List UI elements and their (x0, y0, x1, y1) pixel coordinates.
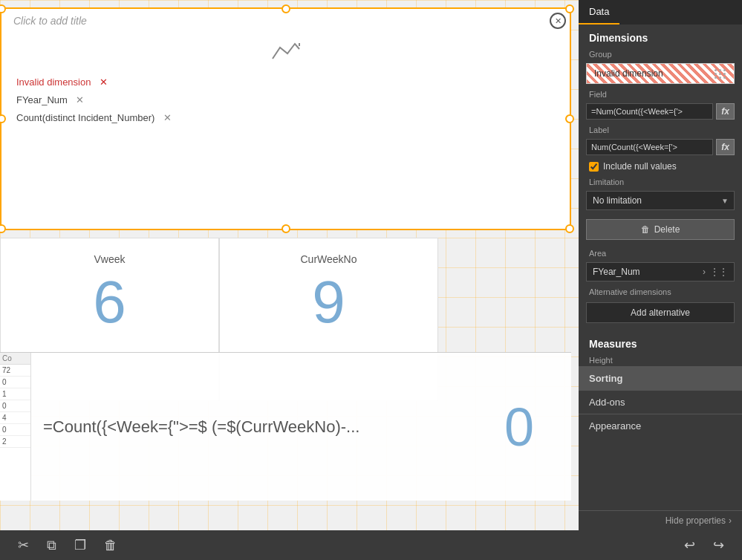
panel-top: Data (579, 0, 742, 25)
label-input[interactable] (586, 139, 713, 155)
mini-col1: Co (0, 353, 30, 365)
kpi1-label: Vweek (94, 253, 125, 265)
include-null-label: Include null values (603, 161, 677, 172)
formula-widget[interactable]: Co 72 0 1 0 4 0 2 =Count({<Week={">=$ (=… (0, 352, 571, 501)
bottom-toolbar: ✂ ⧉ ❐ 🗑 ↩ ↪ (0, 530, 742, 560)
handle-tm[interactable] (281, 4, 290, 13)
area-drag-icon: ⋮⋮ (710, 267, 728, 277)
limitation-select[interactable]: No limitation Fixed Largest Smallest (586, 191, 735, 210)
dimensions-title: Dimensions (579, 25, 742, 47)
field-fx-btn[interactable]: fx (716, 103, 735, 120)
area-expand-icon: › (703, 267, 706, 277)
cut-button[interactable]: ✂ (15, 534, 32, 556)
dim-close-fyear[interactable]: ✕ (74, 93, 87, 106)
toolbar-left: ✂ ⧉ ❐ 🗑 (15, 534, 120, 556)
group-label: Group (579, 47, 742, 60)
hide-properties-button[interactable]: Hide properties › (665, 515, 732, 526)
limitation-wrapper: No limitation Fixed Largest Smallest (586, 191, 735, 210)
dim-close-invalid[interactable]: ✕ (97, 75, 110, 88)
measures-height-label: Height (579, 353, 742, 366)
formula-text: =Count({<Week={">=$ (=$(CurrWeekNo)-... (31, 417, 504, 437)
field-label: Field (579, 87, 742, 100)
kpi2-value: 9 (312, 273, 345, 332)
mini-val-1: 0 (0, 377, 30, 388)
kpi2-label: CurWeekNo (301, 253, 357, 265)
copy-button[interactable]: ⧉ (44, 534, 59, 556)
measures-section: Measures Height Sorting Add-ons Appearan… (579, 331, 742, 437)
mini-val-2: 1 (0, 388, 30, 400)
drag-handle-icon (715, 69, 726, 79)
limitation-label: Limitation (579, 175, 742, 188)
dim-item-invalid[interactable]: Invalid dimension ✕ (16, 75, 555, 88)
mini-table: Co 72 0 1 0 4 0 2 (0, 353, 31, 501)
label-row: fx (586, 139, 735, 155)
paste-button[interactable]: ❐ (71, 534, 89, 556)
field-input[interactable] (586, 103, 713, 120)
handle-tr[interactable] (565, 4, 574, 13)
label-label: Label (579, 123, 742, 136)
invalid-dimension-badge[interactable]: Invalid dimension (586, 63, 735, 84)
mini-val-5: 0 (0, 424, 30, 436)
include-null-row: Include null values (579, 158, 742, 175)
hide-properties-bar: Hide properties › (579, 510, 742, 530)
trash-icon: 🗑 (641, 224, 650, 235)
chart-type-icon (1, 40, 570, 68)
handle-bm[interactable] (281, 224, 290, 233)
chart-widget[interactable]: ✕ Click to add title Invalid dimension ✕… (0, 7, 571, 230)
undo-button[interactable]: ↩ (681, 534, 698, 556)
appearance-item[interactable]: Appearance (579, 414, 742, 437)
delete-button[interactable]: 🗑 Delete (586, 219, 735, 240)
delete-toolbar-button[interactable]: 🗑 (101, 534, 120, 556)
dim-item-count[interactable]: Count(distinct Incident_Number) ✕ (16, 111, 555, 124)
add-alternative-button[interactable]: Add alternative (586, 302, 735, 323)
handle-bl[interactable] (0, 224, 6, 233)
mini-val-0: 72 (0, 365, 30, 377)
chart-close-btn[interactable]: ✕ (550, 13, 566, 29)
handle-br[interactable] (565, 224, 574, 233)
addons-item[interactable]: Add-ons (579, 390, 742, 414)
kpi1-value: 6 (93, 273, 126, 332)
formula-zero-value: 0 (504, 400, 571, 454)
field-row: fx (586, 103, 735, 120)
dimension-list: Invalid dimension ✕ FYear_Num ✕ Count(di… (1, 68, 570, 131)
mini-val-6: 2 (0, 436, 30, 448)
dim-close-count[interactable]: ✕ (160, 111, 174, 124)
right-panel: Data Dimensions Group Invalid dimension … (579, 0, 742, 530)
mini-val-3: 0 (0, 400, 30, 412)
canvas-area: ✕ Click to add title Invalid dimension ✕… (0, 0, 579, 530)
area-label: Area (579, 246, 742, 259)
sorting-item[interactable]: Sorting (579, 366, 742, 390)
label-fx-btn[interactable]: fx (716, 139, 735, 155)
data-tab[interactable]: Data (579, 0, 619, 25)
handle-rm[interactable] (565, 114, 574, 123)
include-null-checkbox[interactable] (589, 162, 599, 172)
toolbar-right: ↩ ↪ (681, 534, 727, 556)
area-row[interactable]: FYear_Num › ⋮⋮ (586, 262, 735, 281)
measures-title: Measures (579, 331, 742, 353)
redo-button[interactable]: ↪ (710, 534, 727, 556)
mini-val-4: 4 (0, 412, 30, 424)
dim-item-fyear[interactable]: FYear_Num ✕ (16, 93, 555, 106)
chevron-right-icon: › (729, 515, 732, 526)
alt-dimensions-label: Alternative dimensions (579, 284, 742, 298)
